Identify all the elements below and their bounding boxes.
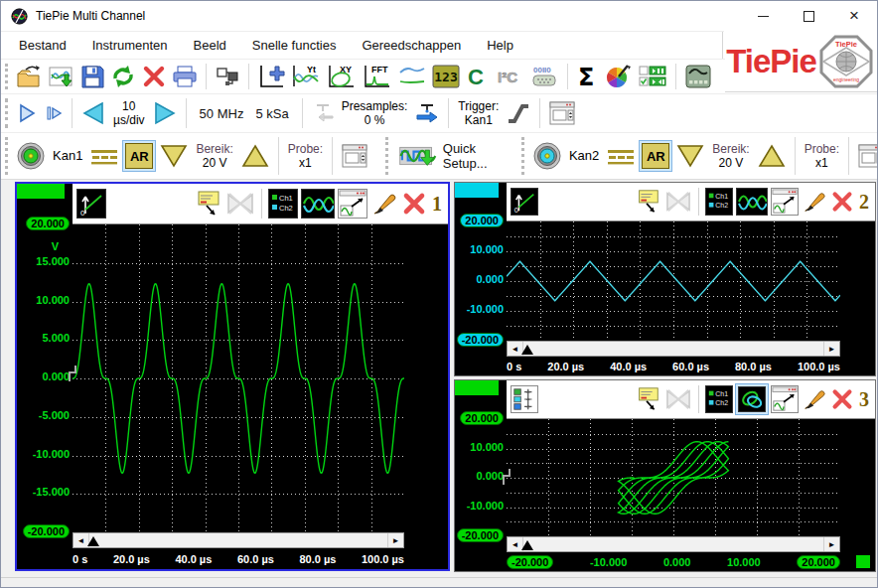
zoom-undo-icon[interactable] [771, 188, 799, 216]
menu-item-snelle-functies[interactable]: Snelle functies [252, 38, 337, 53]
graph3-y-axis: 20.00010.0000.000-10.000-20.000 [455, 380, 507, 552]
open-icon[interactable] [13, 63, 46, 90]
graph-1: V 20.00015.00010.0005.0000.000-5.000-10.… [15, 182, 450, 571]
channel1-settings-button[interactable] [338, 141, 371, 171]
graph2-plot[interactable] [507, 221, 840, 341]
start-button[interactable] [13, 100, 41, 126]
channel1-range-display: Bereik: 20 V [192, 142, 236, 170]
xy-mode-icon[interactable] [736, 384, 768, 414]
channel2-settings-button[interactable] [854, 141, 878, 171]
channel1-coupling-icon[interactable] [86, 144, 122, 168]
channel1-bnc-icon[interactable] [13, 139, 49, 173]
channel1-autorange-button[interactable]: AR [122, 140, 156, 172]
channel2-autorange-button[interactable]: AR [639, 140, 672, 172]
instrument-icon[interactable] [681, 62, 715, 91]
close-graph-icon[interactable] [830, 387, 854, 411]
timebase-increase-button[interactable] [149, 99, 181, 127]
meter-icon[interactable]: 123 [429, 62, 463, 91]
graph3-plot[interactable] [507, 419, 840, 536]
menu-item-beeld[interactable]: Beeld [194, 38, 226, 53]
graph-area: V 20.00015.00010.0005.0000.000-5.000-10.… [1, 180, 878, 577]
close-graph-icon[interactable] [401, 191, 427, 217]
presamples-decrease-button[interactable] [308, 99, 338, 127]
save-icon[interactable] [77, 63, 107, 90]
axes-offset-icon[interactable]: 0 [511, 188, 538, 216]
delete-icon[interactable] [139, 63, 169, 90]
menu-item-instrumenten[interactable]: Instrumenten [92, 38, 168, 53]
trigger-slope-icon[interactable] [503, 98, 534, 128]
x-tick-label: 0 s [507, 361, 521, 372]
yt-graph-icon[interactable]: Yt [288, 62, 324, 91]
channel2-range-increase-button[interactable] [754, 141, 790, 171]
panel-toggles-icon[interactable] [635, 62, 670, 91]
add-graph-icon[interactable] [254, 62, 288, 91]
reference-lines-icon[interactable] [395, 63, 429, 90]
y-tick-label: 15.000 [36, 255, 70, 267]
legend-icon[interactable]: Ch1Ch2 [705, 385, 733, 413]
sum-icon[interactable]: Σ [573, 62, 601, 91]
channel2-coupling-icon[interactable] [603, 144, 639, 168]
scroll-right-button[interactable]: ► [823, 342, 839, 356]
refresh-icon[interactable] [107, 63, 139, 90]
envelope-icon[interactable] [664, 387, 692, 411]
menu-item-bestand[interactable]: Bestand [19, 38, 67, 53]
graph1-trigger-level-icon[interactable] [66, 365, 77, 382]
envelope-icon[interactable] [664, 190, 692, 214]
legend-icon[interactable]: Ch1Ch2 [268, 189, 298, 219]
channel2-range-decrease-button[interactable] [672, 141, 708, 171]
graph2-y-axis: 20.00010.0000.000-10.000-20.000 [455, 183, 507, 357]
graph3-scrollbar[interactable]: ◄ ► [507, 536, 840, 552]
axes-offset-icon[interactable]: 0 [76, 189, 106, 219]
comment-icon[interactable] [634, 385, 661, 413]
pen-icon[interactable] [802, 189, 827, 215]
presamples-increase-button[interactable] [411, 99, 443, 127]
y-tick-label: 5.000 [42, 332, 70, 344]
channel1-range-decrease-button[interactable] [156, 141, 192, 171]
legend-icon[interactable]: Ch1Ch2 [705, 188, 733, 216]
quick-setup-button[interactable]: Quick Setup... [393, 140, 508, 172]
probe-label: Probe: [288, 142, 323, 156]
graph1-plot[interactable] [73, 224, 404, 532]
graph1-scrollbar[interactable]: ◄ ► [73, 532, 404, 548]
trigger-settings-button[interactable] [545, 98, 579, 128]
trigger-source: Kan1 [465, 113, 493, 127]
envelope-icon[interactable] [225, 191, 255, 217]
graph3-trigger-level-icon[interactable] [500, 468, 512, 486]
xy-graph-icon[interactable]: XY [324, 62, 360, 91]
scroll-right-button[interactable]: ► [823, 537, 839, 551]
timebase-decrease-button[interactable] [77, 99, 109, 127]
x-tick-label: -10.000 [590, 556, 627, 568]
channel1-probe-display: Probe: x1 [284, 142, 327, 170]
fft-graph-icon[interactable]: FFT [360, 62, 395, 91]
pen-icon[interactable] [370, 190, 398, 218]
serial-port-icon[interactable]: 00II0 [526, 62, 562, 91]
pen-icon[interactable] [802, 386, 827, 412]
colors-icon[interactable] [601, 62, 635, 91]
can-icon[interactable]: C [463, 62, 493, 91]
graph2-x-axis: 0 s20.0 µs40.0 µs60.0 µs80.0 µs100.0 µs [455, 357, 875, 375]
menu-item-gereedschappen[interactable]: Gereedschappen [362, 38, 461, 53]
source-list-icon[interactable] [511, 385, 538, 413]
channel1-range-increase-button[interactable] [237, 141, 273, 171]
menu-item-help[interactable]: Help [487, 38, 513, 53]
timebase-unit: µs/div [113, 113, 145, 127]
scroll-right-button[interactable]: ► [387, 533, 403, 547]
comment-icon[interactable] [634, 188, 661, 216]
print-icon[interactable] [169, 63, 201, 90]
maximize-button[interactable] [786, 1, 831, 31]
one-shot-button[interactable] [41, 101, 67, 125]
close-button[interactable]: × [831, 1, 877, 31]
i2c-icon[interactable]: I²C [493, 62, 526, 91]
zoom-undo-icon[interactable] [338, 189, 367, 219]
minimize-button[interactable] [740, 1, 786, 31]
close-graph-icon[interactable] [830, 190, 854, 214]
graph2-scrollbar[interactable]: ◄ ► [507, 341, 840, 357]
yt-mode-icon[interactable] [736, 188, 768, 216]
object-tree-icon[interactable] [212, 63, 243, 90]
channel2-bnc-icon[interactable] [529, 139, 565, 173]
save-signal-icon[interactable] [46, 63, 77, 90]
trigger-label: Trigger: [458, 99, 499, 113]
comment-icon[interactable] [193, 189, 222, 219]
zoom-undo-icon[interactable] [771, 385, 799, 413]
yt-mode-icon[interactable] [301, 189, 335, 219]
